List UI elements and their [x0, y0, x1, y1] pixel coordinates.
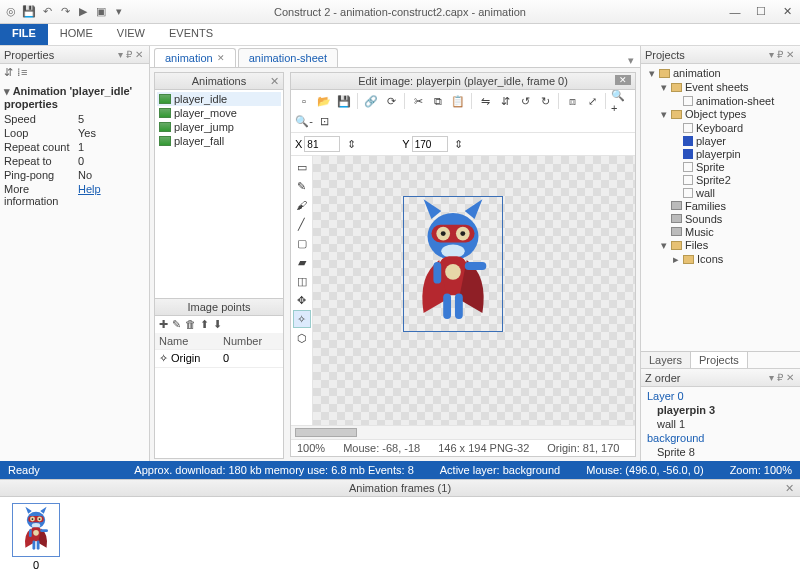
tree-node[interactable]: playerpin: [645, 147, 796, 160]
tree-node[interactable]: Families: [645, 199, 796, 212]
zoom-out-icon[interactable]: 🔍-: [295, 112, 313, 130]
cut-icon[interactable]: ✂: [409, 92, 427, 110]
crop-icon[interactable]: ⧈: [563, 92, 581, 110]
zorder-layer[interactable]: Layer 0: [647, 389, 794, 403]
flip-h-icon[interactable]: ⇋: [476, 92, 494, 110]
prop-value[interactable]: No: [78, 169, 92, 181]
tab-layers[interactable]: Layers: [641, 352, 691, 368]
save-icon[interactable]: 💾: [335, 92, 353, 110]
zoom-fit-icon[interactable]: ⊡: [315, 112, 333, 130]
close-icon[interactable]: ✕: [615, 75, 631, 85]
tab-view[interactable]: VIEW: [105, 24, 157, 45]
doctab-animation-sheet[interactable]: animation-sheet: [238, 48, 338, 67]
line-tool-icon[interactable]: ╱: [293, 215, 311, 233]
open-icon[interactable]: 📂: [315, 92, 333, 110]
sprite-bounds[interactable]: [403, 196, 503, 332]
maximize-button[interactable]: ☐: [748, 3, 774, 21]
paste-icon[interactable]: 📋: [449, 92, 467, 110]
zorder-layer[interactable]: background: [647, 431, 794, 445]
up-icon[interactable]: ⬆: [200, 318, 209, 331]
stepper-icon[interactable]: ⇕: [342, 135, 360, 153]
tree-node[interactable]: ▸Icons: [645, 252, 796, 266]
rect-tool-icon[interactable]: ▢: [293, 234, 311, 252]
prop-value[interactable]: 5: [78, 113, 84, 125]
tree-node[interactable]: ▾Event sheets: [645, 80, 796, 94]
close-icon[interactable]: ✕: [785, 482, 794, 495]
pin-icon[interactable]: ▾ ₽ ✕: [767, 49, 796, 60]
flip-v-icon[interactable]: ⇵: [496, 92, 514, 110]
canvas[interactable]: [313, 156, 635, 425]
zoom-in-icon[interactable]: 🔍+: [610, 92, 628, 110]
tab-file[interactable]: FILE: [0, 24, 48, 45]
pin-icon[interactable]: ▾ ₽ ✕: [767, 372, 796, 383]
rotate-ccw-icon[interactable]: ↺: [516, 92, 534, 110]
pencil-tool-icon[interactable]: ✎: [293, 177, 311, 195]
run-icon[interactable]: ▶: [76, 5, 90, 19]
pin-icon[interactable]: ▾ ₽ ✕: [116, 49, 145, 60]
zorder-item[interactable]: wall 1: [647, 417, 794, 431]
prop-value[interactable]: Yes: [78, 127, 96, 139]
zorder-item[interactable]: Sprite 8: [647, 445, 794, 459]
tree-node[interactable]: animation-sheet: [645, 94, 796, 107]
add-icon[interactable]: ✚: [159, 318, 168, 331]
animation-item[interactable]: player_move: [157, 106, 281, 120]
sort-icon[interactable]: ⇵: [4, 66, 13, 79]
close-icon[interactable]: ✕: [270, 75, 279, 88]
edit-icon[interactable]: ✎: [172, 318, 181, 331]
tree-node[interactable]: wall: [645, 186, 796, 199]
tab-projects[interactable]: Projects: [691, 352, 748, 368]
fill-tool-icon[interactable]: ▰: [293, 253, 311, 271]
animation-item[interactable]: player_fall: [157, 134, 281, 148]
minimize-button[interactable]: —: [722, 3, 748, 21]
tree-node[interactable]: ▾animation: [645, 66, 796, 80]
tab-events[interactable]: EVENTS: [157, 24, 225, 45]
tree-node[interactable]: Sprite2: [645, 173, 796, 186]
copy-icon[interactable]: ⧉: [429, 92, 447, 110]
prop-value[interactable]: 1: [78, 141, 84, 153]
tab-home[interactable]: HOME: [48, 24, 105, 45]
animation-item[interactable]: player_jump: [157, 120, 281, 134]
rotate-cw-icon[interactable]: ↻: [536, 92, 554, 110]
select-tool-icon[interactable]: ▭: [293, 158, 311, 176]
tree-node[interactable]: player: [645, 134, 796, 147]
tree-node[interactable]: Sounds: [645, 212, 796, 225]
doctab-menu[interactable]: ▾: [622, 54, 640, 67]
h-scrollbar[interactable]: [291, 425, 635, 439]
link-icon[interactable]: 🔗: [362, 92, 380, 110]
tree-node[interactable]: Keyboard: [645, 121, 796, 134]
redo-icon[interactable]: ↷: [58, 5, 72, 19]
help-link[interactable]: Help: [78, 183, 101, 207]
picker-tool-icon[interactable]: ✥: [293, 291, 311, 309]
down-icon[interactable]: ⬇: [213, 318, 222, 331]
frame-item[interactable]: 0: [6, 503, 66, 581]
doctab-animation[interactable]: animation ✕: [154, 48, 236, 67]
undo-icon[interactable]: ↶: [40, 5, 54, 19]
brush-tool-icon[interactable]: 🖌: [293, 196, 311, 214]
tree-node[interactable]: ▾Files: [645, 238, 796, 252]
tree-node[interactable]: Music: [645, 225, 796, 238]
origin-tool-icon[interactable]: ✧: [293, 310, 311, 328]
delete-icon[interactable]: 🗑: [185, 318, 196, 331]
refresh-icon[interactable]: ⟳: [382, 92, 400, 110]
debug-icon[interactable]: ▣: [94, 5, 108, 19]
save-icon[interactable]: 💾: [22, 5, 36, 19]
poly-tool-icon[interactable]: ⬡: [293, 329, 311, 347]
close-icon[interactable]: ✕: [217, 53, 225, 63]
x-input[interactable]: [304, 136, 340, 152]
resize-icon[interactable]: ⤢: [583, 92, 601, 110]
zorder-item[interactable]: playerpin 3: [647, 403, 794, 417]
dropdown-icon[interactable]: ▾: [112, 5, 126, 19]
tree-node[interactable]: Sprite: [645, 160, 796, 173]
imagepoint-row[interactable]: ✧ Origin 0: [155, 350, 283, 368]
prop-value[interactable]: 0: [78, 155, 84, 167]
categorize-icon[interactable]: ⁞≡: [17, 66, 27, 79]
close-button[interactable]: ✕: [774, 3, 800, 21]
eraser-tool-icon[interactable]: ◫: [293, 272, 311, 290]
sprite-image: [404, 197, 502, 331]
imagepoints-title: Image points: [188, 301, 251, 313]
tree-node[interactable]: ▾Object types: [645, 107, 796, 121]
animation-item[interactable]: player_idle: [157, 92, 281, 106]
y-input[interactable]: [412, 136, 448, 152]
new-icon[interactable]: ▫: [295, 92, 313, 110]
stepper-icon[interactable]: ⇕: [450, 135, 468, 153]
